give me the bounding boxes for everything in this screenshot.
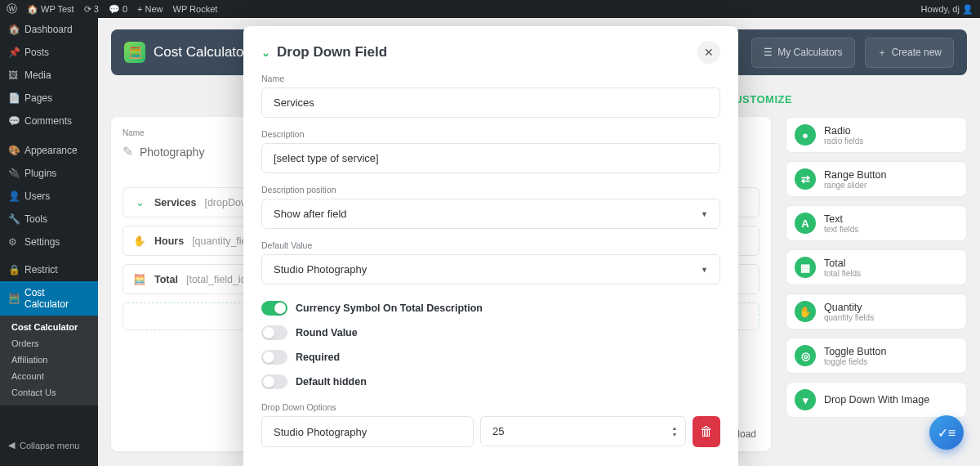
- list-icon: ☰: [764, 47, 773, 58]
- field-settings-modal: ⌄Drop Down Field ✕ Name Description Desc…: [243, 26, 738, 466]
- tool-title: Quantity: [824, 302, 874, 313]
- tool-subtitle: radio fields: [824, 137, 863, 146]
- sidebar-item-dashboard[interactable]: 🏠Dashboard: [0, 18, 98, 41]
- tool-title: Drop Down With Image: [824, 394, 929, 406]
- help-fab[interactable]: ✓≡: [929, 415, 964, 450]
- tool-subtitle: text fields: [824, 225, 858, 234]
- sidebar-item-pages[interactable]: 📄Pages: [0, 87, 98, 110]
- sidebar-item-settings[interactable]: ⚙Settings: [0, 231, 98, 253]
- caret-down-icon: ▼: [701, 210, 708, 218]
- collapse-menu[interactable]: ◀Collapse menu: [0, 434, 98, 456]
- dropdown-image-icon: ▾: [795, 389, 816, 410]
- sidebar-submenu: Cost Calculator Orders Affiliation Accou…: [0, 316, 98, 406]
- toggle-label: Default hidden: [296, 376, 367, 388]
- default-value-label: Default Value: [261, 240, 720, 250]
- tool-title: Total: [824, 258, 861, 269]
- site-home-link[interactable]: 🏠 WP Test: [27, 4, 74, 15]
- option-name-input[interactable]: [261, 416, 474, 447]
- radio-icon: ●: [795, 124, 816, 146]
- field-title: Services: [154, 197, 196, 208]
- description-position-select[interactable]: Show after field ▼: [261, 199, 720, 229]
- submenu-affiliation[interactable]: Affiliation: [0, 352, 98, 368]
- comments-link[interactable]: 💬 0: [109, 4, 127, 15]
- sidebar-item-appearance[interactable]: 🎨Appearance: [0, 139, 98, 162]
- name-label: Name: [261, 74, 720, 83]
- edit-icon[interactable]: ✎: [122, 144, 133, 159]
- default-hidden-toggle[interactable]: [261, 374, 287, 389]
- plugin-title: Cost Calculator: [154, 44, 248, 60]
- option-value-input[interactable]: [480, 416, 686, 446]
- chevron-down-icon: ⌄: [261, 47, 270, 59]
- delete-option-button[interactable]: 🗑: [693, 416, 720, 447]
- description-label: Description: [261, 129, 720, 139]
- tool-title: Range Button: [824, 169, 886, 181]
- checklist-icon: ✓≡: [938, 425, 956, 441]
- field-slug: [total_field_id: [186, 274, 247, 285]
- create-new-button[interactable]: ＋Create new: [865, 38, 954, 68]
- submenu-head[interactable]: Cost Calculator: [0, 319, 98, 335]
- admin-sidebar: 🏠Dashboard 📌Posts 🖼Media 📄Pages 💬Comment…: [0, 18, 98, 466]
- select-value: Studio Photography: [274, 263, 367, 276]
- select-value: Show after field: [274, 208, 347, 220]
- tool-toggle[interactable]: ◎Toggle Buttontoggle fields: [786, 338, 967, 374]
- toggle-icon: ◎: [795, 345, 816, 366]
- tool-title: Radio: [824, 125, 863, 137]
- close-button[interactable]: ✕: [697, 41, 720, 64]
- tool-subtitle: range slider: [824, 181, 886, 190]
- sidebar-item-comments[interactable]: 💬Comments: [0, 110, 98, 132]
- tool-quantity[interactable]: ✋Quantityquantity fields: [786, 293, 967, 329]
- field-name-input[interactable]: [261, 87, 720, 118]
- step-down[interactable]: ▼: [668, 432, 681, 438]
- default-value-select[interactable]: Studio Photography ▼: [261, 254, 720, 285]
- tool-subtitle: total fields: [824, 269, 861, 278]
- tool-total[interactable]: ▦Totaltotal fields: [786, 249, 967, 285]
- trash-icon: 🗑: [700, 424, 713, 439]
- field-palette: ●Radioradio fields ⇄Range Buttonrange sl…: [786, 117, 967, 451]
- round-value-toggle[interactable]: [261, 325, 287, 340]
- toggle-label: Currency Symbol On Total Description: [296, 302, 483, 314]
- currency-symbol-toggle[interactable]: [261, 301, 287, 316]
- description-position-label: Description position: [261, 185, 720, 195]
- submenu-contact[interactable]: Contact Us: [0, 384, 98, 401]
- text-icon: A: [795, 213, 816, 234]
- hand-icon: ✋: [133, 235, 146, 247]
- tool-dropdown-image[interactable]: ▾Drop Down With Image: [786, 382, 967, 418]
- field-description-input[interactable]: [261, 143, 720, 173]
- field-title: Hours: [154, 235, 184, 247]
- calculator-icon: 🧮: [133, 273, 146, 285]
- tool-radio[interactable]: ●Radioradio fields: [786, 117, 967, 153]
- field-title: Total: [154, 274, 178, 285]
- sidebar-item-media[interactable]: 🖼Media: [0, 64, 98, 87]
- wp-logo-icon[interactable]: ⓦ: [7, 2, 17, 16]
- toggle-label: Required: [296, 352, 340, 363]
- quantity-icon: ✋: [795, 301, 816, 322]
- step-up[interactable]: ▲: [668, 425, 681, 432]
- required-toggle[interactable]: [261, 350, 287, 365]
- total-icon: ▦: [795, 257, 816, 278]
- sidebar-item-restrict[interactable]: 🔒Restrict: [0, 258, 98, 281]
- tool-subtitle: quantity fields: [824, 313, 874, 322]
- tool-title: Text: [824, 213, 858, 225]
- new-content-link[interactable]: + New: [137, 4, 163, 14]
- sidebar-item-plugins[interactable]: 🔌Plugins: [0, 162, 98, 185]
- tool-range[interactable]: ⇄Range Buttonrange slider: [786, 161, 967, 197]
- sidebar-item-users[interactable]: 👤Users: [0, 185, 98, 208]
- my-calculators-button[interactable]: ☰My Calculators: [751, 38, 854, 68]
- wp-admin-bar: ⓦ 🏠 WP Test ⟳ 3 💬 0 + New WP Rocket Howd…: [0, 0, 980, 18]
- plus-icon: ＋: [877, 46, 887, 60]
- updates-link[interactable]: ⟳ 3: [84, 4, 99, 15]
- tool-text[interactable]: ATexttext fields: [786, 205, 967, 241]
- plugin-logo-icon: 🧮: [124, 42, 145, 63]
- tool-subtitle: toggle fields: [824, 357, 886, 366]
- toggle-label: Round Value: [296, 327, 358, 338]
- wp-rocket-link[interactable]: WP Rocket: [173, 4, 218, 14]
- sidebar-item-cost-calculator[interactable]: 🧮Cost Calculator: [0, 281, 98, 316]
- sidebar-item-posts[interactable]: 📌Posts: [0, 41, 98, 64]
- close-icon: ✕: [704, 46, 714, 59]
- options-label: Drop Down Options: [261, 402, 720, 412]
- submenu-account[interactable]: Account: [0, 368, 98, 384]
- howdy-account[interactable]: Howdy, dj 👤: [920, 4, 973, 15]
- sidebar-item-tools[interactable]: 🔧Tools: [0, 208, 98, 231]
- tool-title: Toggle Button: [824, 346, 886, 357]
- submenu-orders[interactable]: Orders: [0, 335, 98, 352]
